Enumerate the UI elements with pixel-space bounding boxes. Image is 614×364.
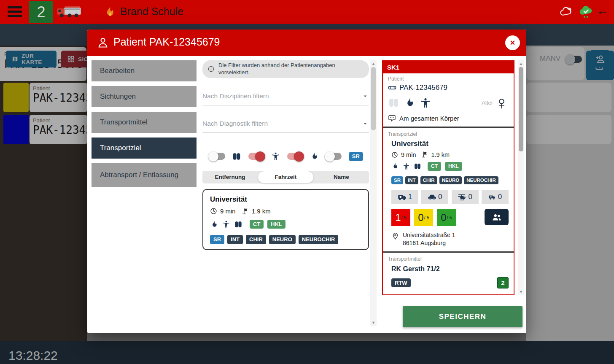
diagnostic-filter-select[interactable]: Nach Diagnostik filtern — [202, 115, 369, 133]
fire-flame-icon — [103, 5, 116, 18]
toggle-knob — [325, 151, 335, 162]
equipment-badge-hkl: HKL — [267, 220, 285, 229]
child-icon — [420, 97, 431, 108]
tab-abtransport-entlassung[interactable]: Abtransport / Entlassung — [92, 163, 197, 187]
scrollbar-thumb[interactable] — [371, 67, 376, 130]
transportziel-panel: Die Filter wurden anhand der Patientenan… — [202, 60, 369, 250]
clock-icon — [210, 208, 217, 215]
patient-count-badge[interactable]: 2 — [29, 1, 53, 23]
department-badge-int: INT — [405, 176, 418, 185]
department-badge-chir: CHIR — [246, 235, 266, 244]
toggle-knob — [208, 151, 218, 162]
speichern-button[interactable]: SPEICHERN — [403, 306, 522, 327]
unit-type-badge-rtw: RTW — [391, 278, 411, 288]
hospital-ambulance-count: 1 — [391, 190, 418, 204]
hospital-car-count: 0 — [421, 190, 448, 204]
assigned-patients-button[interactable] — [485, 209, 509, 225]
info-icon — [207, 65, 215, 73]
equipment-badge-ct: CT — [428, 162, 441, 170]
sort-tab-name[interactable]: Name — [314, 171, 369, 183]
tab-bearbeiten[interactable]: Bearbeiten — [92, 60, 197, 81]
capacity-max: / 5 — [424, 215, 429, 220]
car-icon — [428, 193, 436, 202]
department-badge-sr: SR — [391, 176, 403, 185]
hospital-name: Universität — [210, 195, 361, 204]
drive-time: 9 min — [401, 151, 416, 158]
patient-section-label: Patient — [388, 76, 509, 82]
unit-capacity-badge: 2 — [497, 277, 509, 289]
department-badge-neurochir: NEUROCHIR — [464, 176, 498, 185]
toggle-knob — [255, 151, 265, 162]
brain-icon — [232, 152, 241, 161]
count-value: 1 — [408, 193, 412, 201]
discipline-filter-select[interactable]: Nach Disziplinen filtern — [202, 88, 369, 105]
close-button[interactable]: ✕ — [505, 35, 520, 50]
capability-filter-row: SR — [202, 151, 369, 162]
back-arrow[interactable]: ← — [596, 3, 609, 18]
cloud-check-icon — [579, 4, 594, 19]
flame-icon — [210, 220, 218, 229]
flame-icon — [404, 97, 415, 108]
burn-filter-toggle[interactable] — [287, 153, 303, 160]
wristband-icon — [388, 84, 396, 92]
transportmittel-section-label: Transportmittel — [388, 256, 509, 262]
summary-patient-id: PAK-12345679 — [399, 84, 447, 92]
sort-tab-fahrzeit[interactable]: Fahrzeit — [258, 171, 314, 183]
hamburger-menu-icon[interactable] — [8, 6, 22, 17]
female-gender-icon: ♀ — [495, 95, 509, 110]
filter-info-note: Die Filter wurden anhand der Patientenan… — [202, 60, 369, 78]
distance: 1.9 km — [252, 208, 271, 215]
equipment-badge-ct: CT — [250, 220, 264, 229]
sort-tabs: Entfernung Fahrzeit Name — [202, 171, 369, 183]
sort-tab-entfernung[interactable]: Entfernung — [202, 171, 258, 183]
age-label: Alter — [482, 100, 493, 106]
child-icon — [271, 152, 280, 161]
capacity-value: 1 — [395, 212, 401, 224]
divider — [383, 251, 514, 253]
transport-unit-name: RK Gersth 71/2 — [391, 265, 509, 273]
drive-time: 9 min — [220, 208, 236, 215]
hospital-card-universitaet[interactable]: Universität 9 min 1.9 km CT HKL SR INT — [202, 189, 369, 250]
scroll-down-icon[interactable]: ▼ — [518, 289, 524, 294]
close-icon: ✕ — [510, 39, 515, 47]
flame-icon — [310, 152, 319, 161]
brain-icon — [234, 220, 242, 229]
chevron-down-icon — [361, 92, 369, 100]
scroll-up-icon[interactable]: ▲ — [370, 61, 377, 66]
scenario-title: Brand Schule — [120, 5, 183, 18]
team-icon — [492, 212, 502, 222]
discipline-filter-placeholder: Nach Disziplinen filtern — [202, 92, 269, 100]
injury-location-note: Am gesamten Körper — [399, 115, 459, 122]
flag-distance-icon — [241, 208, 249, 215]
dialog-tab-list: Bearbeiten Sichtungen Transportmittel Tr… — [92, 60, 197, 191]
count-value: 0 — [438, 193, 442, 201]
department-badge-neurochir: NEUROCHIR — [299, 235, 339, 244]
patient-summary-panel: SK1 Patient PAK-12345679 Alter ♀ — [382, 60, 514, 295]
equipment-badge-hkl: HKL — [445, 162, 462, 170]
capacity-red: 1 / 5 — [391, 209, 410, 226]
clock-icon — [391, 151, 398, 158]
hospital-address-street: Universitätsstraße 1 — [403, 231, 455, 239]
dialog-header: Patient PAK-12345679 ✕ — [87, 30, 526, 56]
scrollbar-thumb[interactable] — [519, 67, 523, 151]
tab-transportmittel[interactable]: Transportmittel — [92, 112, 197, 133]
capacity-value: 0 — [441, 212, 446, 224]
brain-filter-toggle[interactable] — [209, 153, 225, 160]
hospital-van-count: 0 — [482, 190, 509, 204]
capacity-yellow: 0 / 5 — [414, 209, 433, 226]
filter-note-text: Die Filter wurden anhand der Patientenan… — [218, 62, 363, 76]
hospital-list-scrollbar[interactable]: ▲ ▼ — [370, 60, 377, 326]
scroll-down-icon[interactable]: ▼ — [370, 320, 377, 325]
child-filter-toggle[interactable] — [248, 153, 264, 160]
summary-scrollbar[interactable]: ▲ ▼ — [518, 60, 524, 295]
child-icon — [222, 220, 230, 228]
scroll-up-icon[interactable]: ▲ — [518, 61, 524, 66]
diagnostic-filter-placeholder: Nach Diagnostik filtern — [202, 120, 268, 127]
speech-bubble-icon — [388, 114, 396, 122]
shock-room-filter-toggle[interactable] — [326, 153, 342, 160]
sk-badge: SK1 — [387, 64, 399, 71]
tab-transportziel[interactable]: Transportziel — [92, 138, 197, 159]
count-value: 0 — [498, 193, 502, 201]
capacity-value: 0 — [418, 212, 423, 224]
tab-sichtungen[interactable]: Sichtungen — [92, 86, 197, 107]
